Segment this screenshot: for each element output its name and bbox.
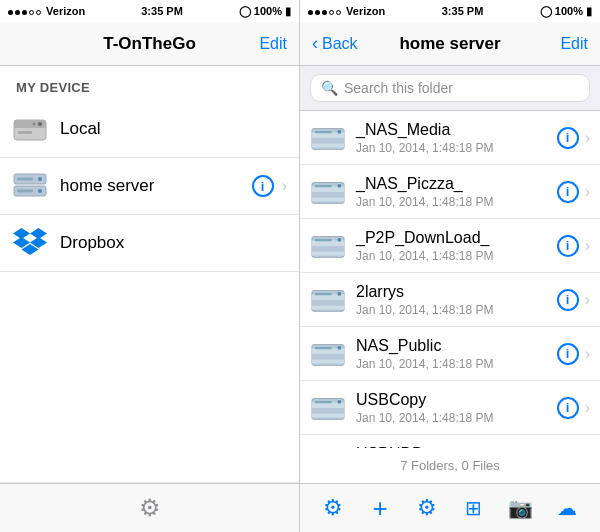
folder-info: _NAS_Piczza_ Jan 10, 2014, 1:48:18 PM — [356, 175, 557, 209]
left-nav-bar: T-OnTheGo Edit — [0, 22, 299, 66]
folder-info: NAS_Public Jan 10, 2014, 1:48:18 PM — [356, 337, 557, 371]
svg-point-7 — [38, 177, 42, 181]
svg-rect-18 — [312, 138, 344, 144]
svg-rect-27 — [315, 184, 332, 186]
svg-point-26 — [337, 183, 341, 187]
search-placeholder: Search this folder — [344, 80, 453, 96]
svg-rect-10 — [17, 190, 33, 193]
svg-rect-21 — [315, 130, 332, 132]
list-item-home-server[interactable]: home server i › — [0, 158, 299, 215]
folder-count: 7 Folders, 0 Files — [300, 448, 600, 483]
home-server-info-button[interactable]: i — [252, 175, 274, 197]
svg-rect-4 — [18, 131, 32, 134]
settings-icon[interactable]: ⚙ — [139, 494, 161, 522]
folder-info-button[interactable]: i — [557, 235, 579, 257]
folder-icon — [310, 285, 346, 315]
right-signal-dots — [308, 5, 346, 17]
folder-actions: i › — [557, 181, 590, 203]
right-battery-label: 100% — [555, 5, 583, 17]
svg-rect-49 — [312, 413, 344, 417]
local-label: Local — [60, 119, 287, 139]
folder-info: _NAS_Media Jan 10, 2014, 1:48:18 PM — [356, 121, 557, 155]
battery-label: 100% — [254, 5, 282, 17]
folder-item[interactable]: 2larrys Jan 10, 2014, 1:48:18 PM i › — [300, 273, 600, 327]
home-server-chevron: › — [282, 177, 287, 195]
folder-name: USBCopy — [356, 391, 557, 409]
folder-date: Jan 10, 2014, 1:48:18 PM — [356, 195, 557, 209]
list-item-local[interactable]: Local — [0, 101, 299, 158]
bluetooth-icon: ◯ — [239, 5, 251, 18]
back-button[interactable]: ‹ Back — [312, 33, 358, 54]
folder-chevron: › — [585, 237, 590, 255]
tab-cloud-icon[interactable]: ☁ — [543, 496, 590, 520]
left-time: 3:35 PM — [141, 5, 183, 17]
svg-rect-51 — [315, 400, 332, 402]
tab-gear-icon[interactable]: ⚙ — [403, 495, 450, 521]
left-battery-area: ◯ 100% ▮ — [239, 5, 291, 18]
folder-icon — [310, 393, 346, 423]
folder-info-button[interactable]: i — [557, 181, 579, 203]
folder-item[interactable]: USBCopy Jan 10, 2014, 1:48:18 PM i › — [300, 381, 600, 435]
svg-point-8 — [38, 189, 42, 193]
folder-actions: i › — [557, 289, 590, 311]
tab-camera-icon[interactable]: 📷 — [497, 496, 544, 520]
folder-chevron: › — [585, 183, 590, 201]
folder-info-button[interactable]: i — [557, 397, 579, 419]
folder-info-button[interactable]: i — [557, 343, 579, 365]
search-input-wrap[interactable]: 🔍 Search this folder — [310, 74, 590, 102]
tab-add-icon[interactable]: + — [357, 493, 404, 524]
left-carrier: Verizon — [8, 5, 85, 17]
folder-icon — [310, 123, 346, 153]
left-status-bar: Verizon 3:35 PM ◯ 100% ▮ — [0, 0, 299, 22]
svg-rect-24 — [312, 192, 344, 198]
local-icon — [12, 111, 48, 147]
right-time: 3:35 PM — [442, 5, 484, 17]
svg-rect-31 — [312, 251, 344, 255]
left-tab-bar: ⚙ — [0, 483, 299, 532]
right-tab-bar: ⚙ + ⚙ ⊞ 📷 ☁ — [300, 483, 600, 532]
home-server-icon — [12, 168, 48, 204]
svg-rect-45 — [315, 346, 332, 348]
home-server-actions: i › — [252, 175, 287, 197]
folder-info-button[interactable]: i — [557, 289, 579, 311]
svg-point-38 — [337, 291, 341, 295]
folder-item[interactable]: USBHDD Jan 10, 2014, 1:48:18 PM i › — [300, 435, 600, 448]
tab-settings-icon[interactable]: ⚙ — [310, 495, 357, 521]
svg-point-20 — [337, 129, 341, 133]
folder-item[interactable]: _NAS_Media Jan 10, 2014, 1:48:18 PM i › — [300, 111, 600, 165]
right-nav-bar: ‹ Back home server Edit — [300, 22, 600, 66]
svg-rect-33 — [315, 238, 332, 240]
battery-icon: ▮ — [285, 5, 291, 18]
right-bluetooth-icon: ◯ — [540, 5, 552, 18]
tab-grid-icon[interactable]: ⊞ — [450, 496, 497, 520]
svg-rect-25 — [312, 197, 344, 201]
folder-item[interactable]: _NAS_Piczza_ Jan 10, 2014, 1:48:18 PM i … — [300, 165, 600, 219]
folder-item[interactable]: _P2P_DownLoad_ Jan 10, 2014, 1:48:18 PM … — [300, 219, 600, 273]
right-nav-title: home server — [399, 34, 500, 54]
svg-rect-36 — [312, 300, 344, 306]
svg-rect-42 — [312, 354, 344, 360]
search-bar: 🔍 Search this folder — [300, 66, 600, 111]
home-server-label: home server — [60, 176, 252, 196]
left-edit-button[interactable]: Edit — [259, 35, 287, 53]
right-carrier: Verizon — [308, 5, 385, 17]
svg-point-44 — [337, 345, 341, 349]
list-item-dropbox[interactable]: Dropbox — [0, 215, 299, 272]
folder-name: _NAS_Media — [356, 121, 557, 139]
folder-item[interactable]: NAS_Public Jan 10, 2014, 1:48:18 PM i › — [300, 327, 600, 381]
folder-info: USBCopy Jan 10, 2014, 1:48:18 PM — [356, 391, 557, 425]
svg-rect-43 — [312, 359, 344, 363]
svg-point-3 — [33, 123, 36, 126]
folder-date: Jan 10, 2014, 1:48:18 PM — [356, 411, 557, 425]
folder-actions: i › — [557, 397, 590, 419]
folder-chevron: › — [585, 345, 590, 363]
folder-date: Jan 10, 2014, 1:48:18 PM — [356, 303, 557, 317]
right-battery-area: ◯ 100% ▮ — [540, 5, 592, 18]
folder-list: _NAS_Media Jan 10, 2014, 1:48:18 PM i › … — [300, 111, 600, 448]
folder-info: 2larrys Jan 10, 2014, 1:48:18 PM — [356, 283, 557, 317]
folder-icon — [310, 231, 346, 261]
folder-info-button[interactable]: i — [557, 127, 579, 149]
right-edit-button[interactable]: Edit — [560, 35, 588, 53]
back-chevron-icon: ‹ — [312, 33, 318, 54]
right-battery-icon: ▮ — [586, 5, 592, 18]
